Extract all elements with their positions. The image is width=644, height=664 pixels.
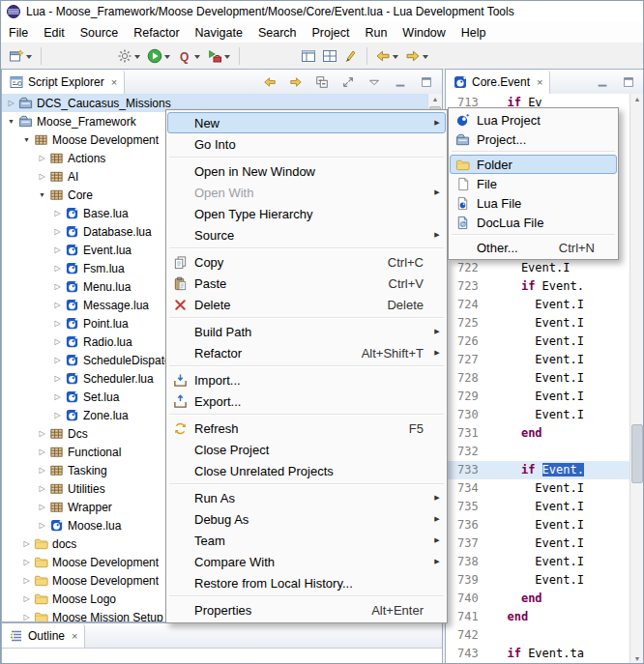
scroll-up-icon[interactable]: ▲ [428,96,442,102]
collapsed-arrow-icon[interactable]: ▷ [52,356,63,364]
menu-edit[interactable]: Edit [36,24,73,42]
coverage-button[interactable]: Q [175,45,203,67]
collapsed-arrow-icon[interactable]: ▷ [52,319,63,328]
collapsed-arrow-icon[interactable]: ▷ [52,245,63,254]
code-line[interactable]: 739 Event.I [446,571,630,590]
collapsed-arrow-icon[interactable]: ▷ [52,301,63,309]
menu-item-run-as[interactable]: Run As▶ [167,487,446,508]
menu-project[interactable]: Project [305,24,358,42]
menu-file[interactable]: File [1,24,36,42]
collapsed-arrow-icon[interactable]: ▷ [37,154,47,162]
minimize-button[interactable] [594,72,611,93]
dropdown-chevron-icon[interactable] [26,55,32,62]
tab-script-explorer[interactable]: Script Explorer × [2,71,125,94]
menu-item-new[interactable]: New▶ [167,112,446,133]
expanded-arrow-icon[interactable]: ▼ [6,118,16,125]
back-nav-button[interactable] [373,45,401,67]
collapsed-arrow-icon[interactable]: ▷ [52,392,63,401]
expanded-arrow-icon[interactable]: ▼ [21,136,32,143]
tab-outline[interactable]: Outline × [2,624,85,648]
collapsed-arrow-icon[interactable]: ▷ [52,282,63,291]
collapsed-arrow-icon[interactable]: ▷ [37,447,47,456]
external-tools-button[interactable] [205,45,233,67]
menu-item-refactor[interactable]: RefactorAlt+Shift+T▶ [167,342,446,363]
menu-item-folder[interactable]: Folder [450,155,617,174]
menu-search[interactable]: Search [250,24,305,42]
code-line[interactable]: 723 if Event. [446,277,630,296]
menu-item-go-into[interactable]: Go Into [167,133,446,155]
code-line[interactable]: 729 Event.I [446,388,630,406]
menu-item-close-project[interactable]: Close Project [167,439,446,460]
menu-item-close-unrelated-projects[interactable]: Close Unrelated Projects [167,460,446,481]
code-line[interactable]: 728 Event.I [446,369,630,388]
editor-layout-button[interactable] [320,45,339,67]
collapsed-arrow-icon[interactable]: ▷ [52,227,63,236]
perspective-button[interactable] [299,45,318,67]
collapsed-arrow-icon[interactable]: ▷ [21,594,32,603]
collapsed-arrow-icon[interactable]: ▷ [52,337,63,346]
menu-item-file[interactable]: File [450,174,617,193]
menu-item-source[interactable]: Source▶ [167,224,446,245]
menu-item-team[interactable]: Team▶ [167,530,446,551]
code-line[interactable]: 722 Event.I [446,259,630,277]
menu-item-restore-from-local-history[interactable]: Restore from Local History... [167,572,446,593]
code-line[interactable]: 738 Event.I [446,553,630,571]
editor-scrollbar[interactable]: ▲ ▼ [629,94,644,664]
menu-item-open-in-new-window[interactable]: Open in New Window [167,160,446,182]
menu-item-other[interactable]: Other...Ctrl+N [450,238,617,257]
forward-nav-button[interactable] [287,72,305,93]
collapsed-arrow-icon[interactable]: ▷ [21,558,32,566]
code-line[interactable]: 724 Event.I [446,296,630,314]
view-menu-button[interactable] [366,72,383,93]
scrollbar-thumb[interactable] [631,424,643,483]
code-line[interactable]: 734 Event.I [446,479,630,498]
close-icon[interactable]: × [537,76,542,88]
code-line[interactable]: 742 [446,626,630,645]
code-line[interactable]: 733 if Event. [446,461,630,479]
scroll-down-icon[interactable]: ▼ [630,655,644,662]
tab-core-event[interactable]: Core.Event × [446,71,550,94]
menu-item-open-type-hierarchy[interactable]: Open Type Hierarchy [167,203,446,224]
collapsed-arrow-icon[interactable]: ▷ [37,521,47,530]
code-line[interactable]: 725 Event.I [446,314,630,332]
menu-run[interactable]: Run [357,24,395,42]
menu-item-export[interactable]: Export... [167,390,446,412]
collapsed-arrow-icon[interactable]: ▷ [52,264,63,273]
menu-navigate[interactable]: Navigate [188,24,250,42]
close-icon[interactable]: × [111,76,117,88]
code-line[interactable]: 740 end [446,590,630,608]
expanded-arrow-icon[interactable]: ▼ [37,191,47,198]
minimize-button[interactable] [392,72,409,93]
dropdown-chevron-icon[interactable] [134,55,140,62]
dropdown-chevron-icon[interactable] [393,55,398,62]
menu-item-delete[interactable]: DeleteDelete [167,294,446,315]
collapsed-arrow-icon[interactable]: ▷ [37,503,47,511]
collapsed-arrow-icon[interactable]: ▷ [6,99,16,107]
dropdown-chevron-icon[interactable] [423,55,428,62]
menu-item-lua-file[interactable]: Lua File [450,193,617,213]
close-icon[interactable]: × [72,630,77,642]
maximize-button[interactable] [418,72,435,93]
dropdown-chevron-icon[interactable] [164,55,170,62]
collapsed-arrow-icon[interactable]: ▷ [52,209,63,217]
collapsed-arrow-icon[interactable]: ▷ [21,576,32,585]
code-line[interactable]: 732 [446,443,630,461]
menu-item-paste[interactable]: PasteCtrl+V [167,273,446,294]
collapsed-arrow-icon[interactable]: ▷ [52,374,63,383]
collapsed-arrow-icon[interactable]: ▷ [37,466,47,475]
menu-item-copy[interactable]: CopyCtrl+C [167,251,446,273]
collapsed-arrow-icon[interactable]: ▷ [52,411,63,419]
menu-help[interactable]: Help [454,24,494,42]
code-line[interactable]: 743 if Event.ta [446,645,630,663]
collapsed-arrow-icon[interactable]: ▷ [37,484,47,493]
collapsed-arrow-icon[interactable]: ▷ [21,613,32,621]
collapsed-arrow-icon[interactable]: ▷ [37,172,47,181]
code-line[interactable]: 735 Event.I [446,498,630,516]
menu-item-build-path[interactable]: Build Path▶ [167,321,446,342]
menu-item-doclua-file[interactable]: @DocLua File [450,213,617,232]
code-line[interactable]: 737 Event.I [446,534,630,553]
code-line[interactable]: 727 Event.I [446,351,630,369]
menu-item-compare-with[interactable]: Compare With▶ [167,551,446,572]
link-editor-button[interactable] [339,72,357,93]
maximize-button[interactable] [620,72,637,93]
